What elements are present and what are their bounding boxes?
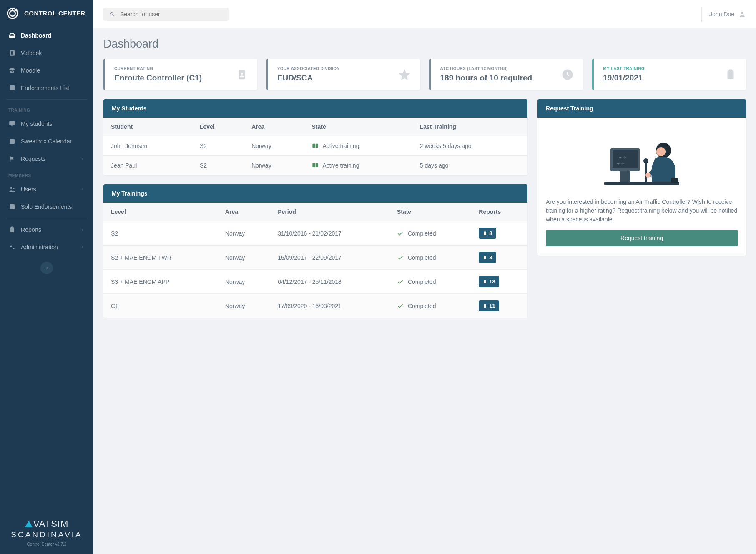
cell-state: Completed: [389, 246, 471, 270]
card-division: YOUR ASSOCIATED DIVISION EUD/SCA: [266, 59, 420, 90]
col-header[interactable]: Period: [270, 203, 389, 221]
check-icon: [397, 230, 404, 237]
svg-rect-26: [604, 182, 679, 185]
request-training-button[interactable]: Request training: [546, 230, 738, 246]
clipboard-icon: [482, 231, 487, 236]
table-row[interactable]: C1Norway17/09/2020 - 16/03/2021Completed…: [103, 294, 527, 318]
cell-level: S2: [192, 156, 244, 175]
col-header[interactable]: Level: [103, 203, 218, 221]
footer-brand-sub: SCANDINAVIA: [4, 530, 89, 539]
user-icon: [738, 10, 746, 18]
cell-area: Norway: [218, 294, 270, 318]
table-row[interactable]: S2Norway31/10/2016 - 21/02/2017Completed…: [103, 221, 527, 246]
stat-cards: CURRENT RATING Enroute Controller (C1) Y…: [103, 59, 746, 90]
sidebar-item-label: Dashboard: [21, 32, 51, 39]
reports-badge[interactable]: 3: [479, 252, 496, 263]
sidebar-item-sweatbox[interactable]: Sweatbox Calendar: [4, 133, 89, 150]
user-name: John Doe: [709, 11, 734, 18]
sidebar-item-label: My students: [21, 120, 52, 127]
card-current-rating: CURRENT RATING Enroute Controller (C1): [103, 59, 257, 90]
svg-rect-18: [484, 232, 486, 235]
chevron-left-icon: [45, 266, 49, 270]
clipboard-icon: [482, 255, 487, 260]
table-row[interactable]: John JohnsenS2NorwayActive training2 wee…: [103, 136, 527, 156]
sidebar: CONTROL CENTER Dashboard Vatbook Moodle …: [0, 0, 93, 554]
svg-rect-9: [11, 227, 13, 228]
page-title: Dashboard: [103, 38, 746, 50]
clock-icon: [561, 68, 574, 81]
col-header[interactable]: Area: [218, 203, 270, 221]
col-header[interactable]: Student: [103, 118, 192, 136]
search-wrap[interactable]: [103, 8, 229, 21]
sidebar-collapse-button[interactable]: [40, 262, 53, 274]
triangle-icon: [25, 521, 33, 527]
footer-version: Control Center v2.7.2: [4, 542, 89, 546]
sidebar-item-endorsements[interactable]: Endorsements List: [4, 79, 89, 97]
target-icon: [6, 7, 19, 20]
topbar: John Doe: [93, 0, 756, 28]
col-header[interactable]: Last Training: [412, 118, 527, 136]
reports-badge[interactable]: 11: [479, 300, 499, 311]
reports-badge[interactable]: 18: [479, 276, 499, 287]
sidebar-item-label: Administration: [21, 244, 58, 251]
sidebar-item-moodle[interactable]: Moodle: [4, 62, 89, 79]
footer-brand: VATSIM: [4, 519, 89, 529]
sidebar-item-users[interactable]: Users: [4, 180, 89, 198]
search-icon: [109, 11, 115, 17]
cell-reports: 11: [471, 294, 527, 318]
sidebar-item-my-students[interactable]: My students: [4, 115, 89, 133]
sidebar-item-requests[interactable]: Requests: [4, 150, 89, 168]
svg-rect-37: [671, 178, 678, 183]
cell-last-training: 2 weeks 5 days ago: [412, 136, 527, 156]
panel-header: My Students: [103, 99, 527, 118]
id-badge-icon: [236, 68, 248, 81]
check-icon: [397, 303, 404, 309]
svg-rect-16: [728, 70, 734, 79]
clipboard-icon: [8, 226, 16, 233]
sidebar-item-vatbook[interactable]: Vatbook: [4, 44, 89, 62]
reports-badge[interactable]: 8: [479, 228, 496, 239]
table-row[interactable]: Jean PaulS2NorwayActive training5 days a…: [103, 156, 527, 175]
sidebar-brand[interactable]: CONTROL CENTER: [0, 0, 93, 27]
svg-rect-31: [620, 171, 630, 182]
svg-rect-19: [485, 231, 486, 232]
svg-rect-20: [484, 256, 486, 259]
cell-period: 04/12/2017 - 25/11/2018: [270, 270, 389, 294]
check-square-icon: [8, 84, 16, 92]
sidebar-item-administration[interactable]: Administration: [4, 238, 89, 256]
book-open-icon: [312, 143, 319, 149]
sidebar-item-label: Sweatbox Calendar: [21, 138, 72, 145]
cell-state: Active training: [304, 156, 412, 175]
calendar-icon: [8, 138, 16, 145]
panel-my-students: My Students Student Level Area State Las…: [103, 99, 527, 175]
svg-rect-3: [9, 121, 15, 125]
sidebar-item-dashboard[interactable]: Dashboard: [4, 27, 89, 44]
cogs-icon: [8, 243, 16, 251]
col-header[interactable]: Reports: [471, 203, 527, 221]
user-menu[interactable]: John Doe: [701, 7, 746, 22]
search-input[interactable]: [120, 11, 223, 18]
chalkboard-icon: [8, 120, 16, 128]
col-header[interactable]: Level: [192, 118, 244, 136]
sidebar-item-label: Moodle: [21, 67, 40, 74]
sidebar-item-reports[interactable]: Reports: [4, 221, 89, 238]
svg-rect-8: [10, 227, 14, 232]
svg-point-1: [10, 10, 15, 16]
cell-level: S2: [192, 136, 244, 156]
sidebar-item-label: Requests: [21, 155, 45, 162]
svg-text:✈   ✈: ✈ ✈: [617, 162, 625, 166]
col-header[interactable]: Area: [244, 118, 304, 136]
svg-rect-22: [484, 280, 486, 283]
cell-area: Norway: [218, 221, 270, 246]
table-row[interactable]: S3 + MAE ENGM APPNorway04/12/2017 - 25/1…: [103, 270, 527, 294]
col-header[interactable]: State: [304, 118, 412, 136]
trainings-table: Level Area Period State Reports S2Norway…: [103, 203, 527, 318]
svg-rect-24: [484, 304, 486, 308]
svg-rect-17: [729, 69, 732, 71]
cell-level: S3 + MAE ENGM APP: [103, 270, 218, 294]
panel-header: My Trainings: [103, 184, 527, 203]
svg-point-10: [10, 246, 13, 248]
sidebar-item-solo-endorsements[interactable]: Solo Endorsements: [4, 198, 89, 216]
col-header[interactable]: State: [389, 203, 471, 221]
table-row[interactable]: S2 + MAE ENGM TWRNorway15/09/2017 - 22/0…: [103, 246, 527, 270]
